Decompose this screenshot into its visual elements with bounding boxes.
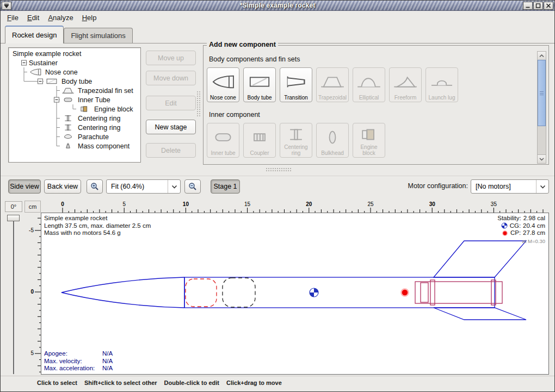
svg-text:0: 0 <box>61 201 64 207</box>
parachute-icon <box>60 133 76 141</box>
nose-cone-icon <box>211 69 235 95</box>
engine-block-icon <box>357 125 381 144</box>
motor-configuration-combo[interactable]: [No motors] <box>471 179 549 194</box>
scroll-up-button[interactable] <box>538 52 546 60</box>
cp-value: 27.8 cm <box>523 229 545 237</box>
back-view-button[interactable]: Back view <box>44 179 81 194</box>
zoom-in-icon <box>90 182 99 191</box>
flight-stat-max-velocity-: Max. velocity:N/A <box>44 358 113 365</box>
tree-item-nose-cone[interactable]: Nose cone <box>11 67 140 77</box>
menu-edit[interactable]: Edit <box>23 12 44 23</box>
maximize-button[interactable] <box>533 2 543 10</box>
rocket-canvas[interactable]: Simple example rocket Length 37.5 cm, ma… <box>41 213 549 375</box>
tree-item-simple-example-rocket[interactable]: Simple example rocket <box>11 49 140 58</box>
add-coupler-button[interactable]: Coupler <box>243 123 276 158</box>
vertical-splitter-grip[interactable] <box>196 91 201 117</box>
mass-icon <box>60 142 76 150</box>
fin-freeform-icon <box>393 69 417 95</box>
tree-item-body-tube[interactable]: Body tube <box>11 77 140 86</box>
fin-upper-outline <box>434 241 526 277</box>
rocket-dimensions: Length 37.5 cm, max. diameter 2.5 cm <box>44 222 151 230</box>
launch-lug-icon <box>430 69 454 95</box>
status-hint: Click to select <box>37 379 77 391</box>
tree-item-trapezoidal-fin-set[interactable]: Trapezoidal fin set <box>11 86 140 95</box>
svg-text:20: 20 <box>306 201 312 207</box>
rotation-slider-handle[interactable] <box>7 215 20 221</box>
tab-flight-simulations[interactable]: Flight simulations <box>64 28 132 43</box>
tab-rocket-design[interactable]: Rocket design <box>5 26 64 43</box>
minimize-button[interactable] <box>523 2 533 10</box>
body-components-label: Body components and fin sets <box>209 55 300 63</box>
rotation-slider-track[interactable] <box>13 218 15 374</box>
move-up-button[interactable]: Move up <box>146 51 196 65</box>
fin-elliptical-icon <box>357 69 381 95</box>
centering-ring-icon <box>60 114 76 122</box>
rocket-name: Simple example rocket <box>44 215 151 222</box>
motor-configuration-label: Motor configuration: <box>400 182 468 190</box>
tree-item-sustainer[interactable]: Sustainer <box>11 58 140 67</box>
menu-file[interactable]: File <box>3 12 23 23</box>
zoom-out-button[interactable] <box>184 179 201 194</box>
component-scrollbar[interactable] <box>537 51 546 164</box>
body-components-row: Nose coneBody tubeTransitionTrapezoidalE… <box>207 67 458 102</box>
zoom-level-combo[interactable]: Fit (60.4%) <box>106 179 181 194</box>
rotation-angle-label: 0° <box>5 201 22 212</box>
zoom-out-icon <box>188 182 197 191</box>
centering-ring-outline <box>491 280 496 305</box>
tree-item-parachute[interactable]: Parachute <box>11 132 140 141</box>
inner-components-row: Inner tubeCouplerCentering ringBulkheadE… <box>207 123 385 158</box>
coupler-icon <box>248 125 272 150</box>
svg-text:5: 5 <box>122 201 126 207</box>
vertical-ruler: -505 <box>24 213 41 375</box>
tree-item-centering-ring[interactable]: Centering ring <box>11 114 140 123</box>
add-transition-button[interactable]: Transition <box>280 67 312 102</box>
openrocket-window: *Simple example rocket FileEditAnalyzeHe… <box>0 0 555 392</box>
window-title: *Simple example rocket <box>1 2 554 9</box>
tree-item-inner-tube[interactable]: Inner Tube <box>11 95 140 104</box>
svg-text:15: 15 <box>244 201 251 207</box>
add-component-panel: Add new component Body components and fi… <box>203 45 549 165</box>
edit-button[interactable]: Edit <box>146 96 196 110</box>
fin-lower-outline <box>434 308 526 320</box>
cg-marker <box>310 288 318 297</box>
add-elliptical-button[interactable]: Elliptical <box>353 67 385 102</box>
scrollbar-thumb[interactable] <box>538 60 546 126</box>
inner-tube-icon <box>211 125 235 150</box>
add-launch-lug-button[interactable]: Launch lug <box>425 67 458 102</box>
add-trapezoidal-button[interactable]: Trapezoidal <box>316 67 349 102</box>
close-button[interactable] <box>544 2 553 10</box>
nose-cone-outline <box>61 277 184 308</box>
stage-1-toggle[interactable]: Stage 1 <box>211 179 240 194</box>
scroll-down-button[interactable] <box>538 154 546 163</box>
side-view-button[interactable]: Side view <box>8 179 41 194</box>
window-menu-button[interactable] <box>2 2 11 10</box>
add-inner-tube-button[interactable]: Inner tube <box>207 123 239 158</box>
minimize-icon <box>525 3 531 9</box>
add-nose-cone-button[interactable]: Nose cone <box>207 67 239 102</box>
add-bulkhead-button[interactable]: Bulkhead <box>316 123 349 158</box>
cp-legend-icon <box>502 230 508 237</box>
add-engine-block-button[interactable]: Engine block <box>353 123 385 158</box>
tree-item-centering-ring[interactable]: Centering ring <box>11 123 140 132</box>
flight-stat-max-acceleration-: Max. acceleration:N/A <box>44 365 113 372</box>
add-freeform-button[interactable]: Freeform <box>389 67 422 102</box>
centering-ring-outline <box>430 280 435 305</box>
add-body-tube-button[interactable]: Body tube <box>243 67 276 102</box>
menu-help[interactable]: Help <box>78 12 101 23</box>
move-down-button[interactable]: Move down <box>146 71 196 85</box>
horizontal-splitter-grip[interactable] <box>266 167 292 172</box>
stability-value: 2.98 cal <box>523 215 545 222</box>
tree-item-mass-component[interactable]: Mass component <box>11 141 140 151</box>
add-centering-ring-button[interactable]: Centering ring <box>280 123 312 158</box>
rocket-mass: Mass with no motors 54.6 g <box>44 229 151 237</box>
tree-item-engine-block[interactable]: Engine block <box>11 104 140 114</box>
delete-button[interactable]: Delete <box>146 143 196 158</box>
svg-text:-5: -5 <box>29 227 34 233</box>
inner-component-label: Inner component <box>209 111 260 119</box>
menu-analyze[interactable]: Analyze <box>44 12 77 23</box>
chevron-down-icon <box>536 180 548 193</box>
new-stage-button[interactable]: New stage <box>146 120 196 134</box>
component-tree[interactable]: Simple example rocketSustainerNose coneB… <box>8 47 141 163</box>
statusbar: Click to selectShift+click to select oth… <box>1 376 554 391</box>
zoom-in-button[interactable] <box>87 179 103 194</box>
